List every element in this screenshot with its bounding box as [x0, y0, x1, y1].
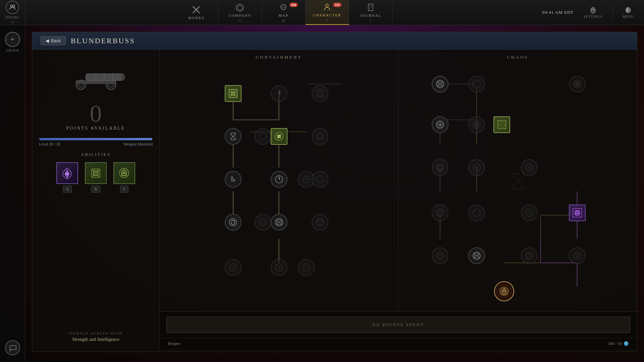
group-button[interactable]: + — [5, 32, 20, 47]
damage-label: DAMAGE SCALES WITH — [39, 331, 153, 335]
settings-label: SETTINGS — [584, 15, 602, 18]
svg-point-50 — [259, 219, 267, 226]
skill-containment-9[interactable] — [271, 171, 287, 188]
skill-containment-extra2[interactable] — [298, 259, 315, 276]
skill-chaos-special[interactable] — [494, 281, 514, 301]
skill-containment-3[interactable] — [312, 85, 328, 102]
map-label: MAP — [278, 13, 288, 17]
company-label: COMPANY — [228, 13, 251, 17]
skill-containment-7[interactable] — [312, 128, 328, 145]
skill-chaos-14[interactable] — [432, 247, 448, 264]
level-info: Level 20 / 20 Weapon Mastered — [39, 142, 153, 147]
skill-chaos-8[interactable] — [468, 159, 485, 176]
svg-point-40 — [261, 135, 265, 138]
nav-character[interactable]: 333 CHARACTER C — [306, 0, 349, 25]
ability-icon-f[interactable] — [113, 162, 135, 184]
left-sidebar: + Group — [0, 25, 25, 362]
svg-point-12 — [592, 9, 594, 11]
damage-value: Strength and Intelligence — [39, 337, 153, 342]
skill-chaos-13-active[interactable] — [569, 204, 586, 221]
nav-modes[interactable]: MODES — [175, 0, 218, 25]
skill-containment-extra1[interactable] — [225, 259, 241, 276]
skill-containment-8[interactable] — [225, 171, 241, 188]
ability-icon-r[interactable] — [85, 162, 107, 184]
skill-tree-panel: CONTAINMENT — [160, 50, 637, 349]
ability-slot-q: Q — [56, 162, 78, 193]
topbar: SOCIAL O MODES COMPANY G 294 — [0, 0, 644, 25]
svg-rect-38 — [231, 92, 235, 95]
chat-button[interactable] — [5, 340, 20, 355]
respec-label: Respec — [168, 341, 181, 346]
svg-point-1 — [13, 5, 15, 7]
respec-bar: Respec 540 / 50 — [160, 338, 637, 349]
svg-point-104 — [574, 252, 581, 259]
nav-journal[interactable]: JOURNAL J — [349, 0, 393, 25]
svg-point-48 — [317, 176, 323, 183]
main-panel: ◀ Back BLUNDERBUSS — [32, 32, 637, 352]
chaos-title: CHAOS — [404, 55, 632, 60]
skill-chaos-12[interactable] — [521, 204, 538, 221]
skill-containment-6-active[interactable] — [271, 128, 287, 145]
character-label: CHARACTER — [313, 13, 341, 17]
points-section: 0 POINTS AVAILABLE — [39, 102, 153, 131]
map-key: M — [282, 19, 285, 22]
panel-title: BLUNDERBUSS — [71, 37, 135, 45]
skill-containment-4[interactable] — [225, 128, 241, 145]
svg-rect-25 — [94, 171, 98, 175]
nav-map[interactable]: 294 MAP M — [262, 0, 306, 25]
ability-icon-q[interactable] — [56, 162, 78, 184]
skill-containment-1[interactable] — [225, 85, 241, 102]
skill-chaos-10[interactable] — [432, 204, 448, 221]
skill-containment-12[interactable] — [225, 214, 241, 231]
skill-chaos-5[interactable] — [468, 116, 485, 133]
svg-point-96 — [526, 209, 533, 217]
ability-key-q: Q — [63, 186, 72, 193]
skill-chaos-2[interactable] — [468, 76, 485, 93]
skill-containment-2[interactable] — [271, 85, 287, 102]
skill-chaos-3[interactable] — [569, 76, 586, 93]
points-number: 0 — [39, 102, 153, 126]
nav-company[interactable]: COMPANY G — [218, 0, 262, 25]
back-button[interactable]: ◀ Back — [41, 36, 66, 45]
damage-section: DAMAGE SCALES WITH Strength and Intellig… — [39, 331, 153, 342]
containment-title: CONTAINMENT — [165, 55, 393, 60]
svg-point-79 — [475, 82, 479, 86]
svg-point-0 — [10, 5, 12, 7]
skill-containment-11[interactable] — [312, 171, 328, 188]
skill-chaos-11[interactable] — [468, 204, 485, 221]
weapon-panel: 0 POINTS AVAILABLE Level 20 / — [32, 50, 160, 349]
skill-chaos-7[interactable] — [432, 159, 448, 176]
svg-point-43 — [317, 133, 323, 140]
skill-containment-15[interactable] — [312, 214, 328, 231]
skill-chaos-15[interactable] — [468, 247, 485, 264]
social-label: SOCIAL — [5, 15, 19, 19]
skill-tree-bottom: NO POINTS SPENT Respec 540 / 50 — [160, 311, 637, 349]
skill-containment-16[interactable] — [271, 259, 287, 276]
panel-header: ◀ Back BLUNDERBUSS — [32, 32, 637, 50]
panel-body: 0 POINTS AVAILABLE Level 20 / — [32, 50, 637, 349]
settings-button[interactable]: SETTINGS — [580, 5, 605, 20]
svg-rect-17 — [76, 80, 116, 84]
respec-gem-icon — [624, 341, 629, 346]
menu-button[interactable]: MENU — [620, 5, 637, 20]
skill-chaos-16[interactable] — [521, 247, 538, 264]
abilities-row: Q R — [39, 162, 153, 193]
skill-chaos-6[interactable] — [493, 116, 510, 133]
skill-chaos-9[interactable] — [521, 159, 538, 176]
skill-containment-5[interactable] — [255, 128, 271, 145]
character-badge: 333 — [333, 3, 341, 7]
svg-point-57 — [229, 264, 237, 271]
skill-chaos-1[interactable] — [432, 76, 448, 93]
skill-containment-13[interactable] — [255, 214, 271, 231]
journal-key: J — [370, 19, 372, 22]
menu-label: MENU — [623, 15, 634, 18]
skill-chaos-4[interactable] — [432, 116, 448, 133]
topbar-right: 04:41 AM EDT SETTINGS MENU — [542, 5, 644, 20]
svg-point-95 — [473, 209, 480, 217]
back-arrow: ◀ — [46, 38, 49, 43]
skill-chaos-17[interactable] — [569, 247, 586, 264]
social-icon — [6, 1, 19, 14]
skill-containment-14[interactable] — [271, 214, 287, 231]
journal-label: JOURNAL — [360, 13, 381, 17]
svg-point-46 — [303, 176, 310, 183]
